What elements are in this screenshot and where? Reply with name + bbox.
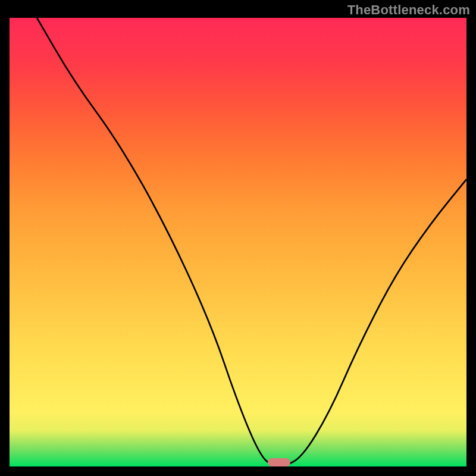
bottleneck-curve-path	[37, 18, 466, 466]
plot-area	[10, 18, 466, 466]
optimal-marker	[268, 458, 290, 466]
watermark-text: TheBottleneck.com	[347, 2, 470, 18]
chart-frame: TheBottleneck.com	[0, 0, 476, 476]
curve-svg	[10, 18, 466, 466]
